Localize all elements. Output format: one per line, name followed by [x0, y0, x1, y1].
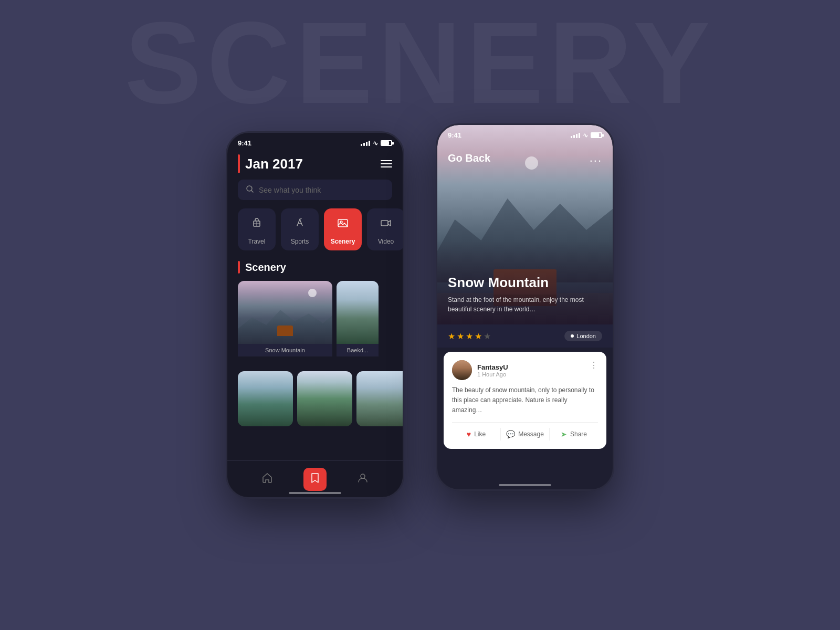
svg-point-9	[361, 474, 365, 478]
share-icon: ➤	[561, 430, 567, 438]
message-icon: 💬	[506, 430, 515, 438]
search-icon	[246, 185, 254, 194]
user-icon	[357, 472, 369, 486]
time-ago: 1 Hour Ago	[477, 371, 508, 377]
hero-description: Stand at the foot of the mountain, enjoy…	[448, 295, 602, 314]
status-icons-1: ∿	[361, 140, 392, 147]
user-info: FantasyU 1 Hour Ago	[452, 360, 508, 380]
svg-line-1	[251, 191, 253, 192]
location-text: London	[576, 333, 596, 339]
user-meta: FantasyU 1 Hour Ago	[477, 363, 508, 377]
phones-container: 9:41 ∿ Jan 2017	[226, 131, 614, 499]
message-button[interactable]: 💬 Message	[500, 428, 549, 440]
star-3: ★	[466, 331, 473, 341]
username: FantasyU	[477, 363, 508, 371]
section-title-row: Scenery	[227, 261, 403, 281]
sports-icon	[293, 217, 306, 233]
phone-2: 9:41 ∿	[436, 123, 614, 491]
menu-button[interactable]	[381, 160, 392, 167]
background-watermark: SCENERY	[0, 0, 840, 121]
wifi-icon-2: ∿	[583, 132, 588, 139]
go-back-button[interactable]: Go Back	[448, 152, 490, 164]
scenery-icon	[337, 217, 349, 233]
battery-icon-2	[591, 132, 602, 138]
video-label: Video	[378, 238, 394, 245]
svg-line-5	[300, 218, 301, 219]
more-menu-button[interactable]: ...	[590, 151, 602, 165]
red-accent-1	[238, 154, 240, 173]
search-bar[interactable]: See what you think	[238, 180, 392, 200]
wifi-icon-1: ∿	[373, 140, 378, 147]
location-pin-icon	[571, 334, 574, 338]
search-placeholder: See what you think	[259, 186, 321, 194]
location-badge[interactable]: London	[564, 331, 602, 341]
signal-icon-2	[571, 133, 580, 138]
battery-icon-1	[381, 140, 392, 146]
home-icon	[261, 472, 273, 486]
star-4: ★	[475, 331, 482, 341]
thumb-1[interactable]	[238, 371, 293, 426]
gallery-row-2	[227, 371, 403, 433]
comment-header: FantasyU 1 Hour Ago ⋮	[452, 360, 598, 380]
thumb-3[interactable]	[356, 371, 403, 426]
avatar	[452, 360, 472, 380]
cat-scenery[interactable]: Scenery	[324, 208, 362, 250]
travel-label: Travel	[248, 238, 266, 245]
gallery-row-1: Snow Mountain Baekd...	[227, 281, 403, 371]
comment-text: The beauty of snow mountain, only to per…	[452, 385, 598, 416]
gallery-card-mountain[interactable]: Snow Mountain	[238, 281, 332, 365]
cat-sports[interactable]: Sports	[281, 208, 319, 250]
star-2: ★	[457, 331, 464, 341]
bookmark-icon	[310, 472, 320, 486]
cat-video[interactable]: Video	[367, 208, 403, 250]
time-1: 9:41	[238, 139, 251, 147]
message-label: Message	[518, 430, 544, 438]
hero-image-container: Go Back ... Snow Mountain Stand at the f…	[437, 125, 613, 324]
svg-rect-6	[338, 219, 348, 227]
nav-user[interactable]	[351, 468, 374, 491]
card-label-baek: Baekd...	[337, 344, 379, 356]
section-title: Scenery	[245, 261, 286, 274]
status-bar-2: 9:41 ∿	[437, 125, 613, 142]
sports-label: Sports	[291, 238, 309, 245]
like-button[interactable]: ♥ Like	[452, 428, 500, 440]
cat-travel[interactable]: Travel	[238, 208, 276, 250]
rating-row: ★ ★ ★ ★ ★ London	[437, 324, 613, 348]
video-icon	[380, 217, 392, 233]
thumb-2[interactable]	[297, 371, 352, 426]
hero-content: Snow Mountain Stand at the foot of the m…	[448, 275, 602, 314]
card-label-mountain: Snow Mountain	[238, 344, 332, 356]
home-indicator-1	[289, 492, 341, 494]
star-1: ★	[448, 331, 455, 341]
star-5: ★	[484, 331, 491, 341]
comment-actions: ♥ Like 💬 Message ➤ Share	[452, 422, 598, 440]
phone1-header: Jan 2017	[227, 150, 403, 180]
share-button[interactable]: ➤ Share	[549, 428, 598, 440]
svg-rect-8	[381, 220, 388, 226]
scenery-label: Scenery	[331, 238, 355, 245]
nav-bookmark[interactable]	[303, 468, 327, 491]
categories-row: Travel Sports	[227, 208, 403, 261]
share-label: Share	[570, 430, 587, 438]
phone-1: 9:41 ∿ Jan 2017	[226, 131, 404, 499]
comment-card: FantasyU 1 Hour Ago ⋮ The beauty of snow…	[444, 352, 606, 449]
like-label: Like	[474, 430, 486, 438]
gallery-card-baek[interactable]: Baekd...	[337, 281, 379, 365]
heart-icon: ♥	[467, 430, 471, 438]
star-rating: ★ ★ ★ ★ ★	[448, 331, 491, 341]
time-2: 9:41	[448, 131, 461, 139]
home-indicator-2	[499, 484, 551, 486]
status-icons-2: ∿	[571, 132, 602, 139]
signal-icon-1	[361, 141, 370, 146]
comment-more-button[interactable]: ⋮	[590, 360, 598, 370]
section-accent	[238, 261, 240, 274]
travel-icon	[250, 217, 263, 233]
status-bar-1: 9:41 ∿	[227, 133, 403, 150]
month-title: Jan 2017	[245, 156, 303, 172]
hero-title: Snow Mountain	[448, 275, 602, 291]
nav-home[interactable]	[256, 468, 279, 491]
